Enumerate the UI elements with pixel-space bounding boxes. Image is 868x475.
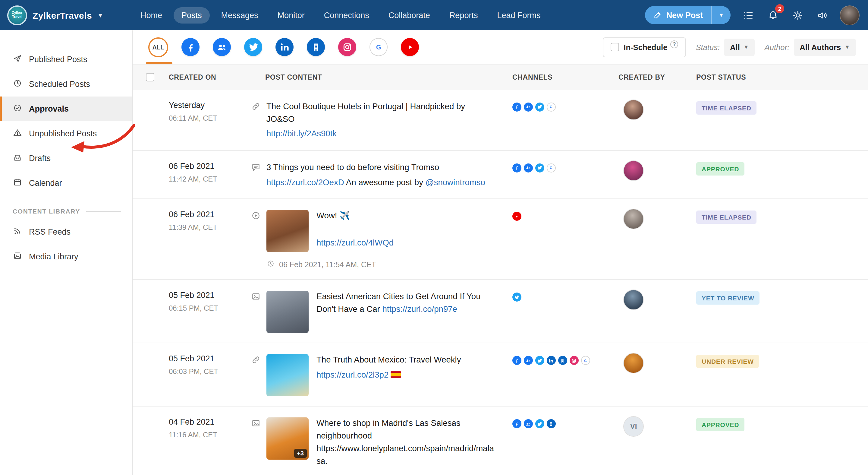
author-avatar: VI [623,416,644,437]
table-row[interactable]: 04 Feb 202111:16 AM, CET+3Where to shop … [133,407,868,475]
user-avatar[interactable] [840,5,860,25]
send-icon [13,54,22,65]
scheduled-time: 06 Feb 2021, 11:54 AM, CET [279,261,376,269]
post-link[interactable]: https://zurl.co/4lWQd [316,238,394,247]
top-navigation-bar: Zylker Travel ZylkerTravels ▼ HomePostsM… [0,0,868,30]
sidebar: Published PostsScheduled PostsApprovalsU… [0,30,133,475]
post-title: Wow! ✈️ [316,210,494,222]
nav-item-lead-forms[interactable]: Lead Forms [489,7,548,23]
post-content-cell: Easiest American Cities to Get Around If… [251,280,510,343]
status-badge: APPROVED [696,162,744,176]
row-checkbox-spacer [133,199,160,210]
settings-button[interactable] [790,8,805,22]
sidebar-item-published-posts[interactable]: Published Posts [0,47,132,72]
row-checkbox-spacer [133,344,160,354]
post-date: 06 Feb 2021 [169,162,251,171]
linkedin-page-icon [547,419,556,428]
google-my-business-icon: G [547,102,556,112]
table-row[interactable]: 06 Feb 202111:42 AM, CET3 Things you nee… [133,151,868,199]
row-checkbox-spacer [133,280,160,291]
linkedin-icon[interactable] [276,38,293,56]
created-on-cell: 06 Feb 202111:39 AM, CET [160,199,251,242]
post-time: 11:39 AM, CET [169,224,251,232]
nav-item-home[interactable]: Home [133,7,170,23]
table-row[interactable]: Yesterday06:11 AM, CETThe Cool Boutique … [133,90,868,151]
nav-item-posts[interactable]: Posts [174,7,210,23]
status-cell: UNDER REVIEW [694,344,868,368]
in-schedule-filter[interactable]: In-Schedule ? [602,37,686,57]
facebook-group-icon [524,356,533,365]
new-post-label: New Post [666,10,703,20]
status-cell: APPROVED [694,407,868,432]
post-link[interactable]: https://zurl.co/2OexD [267,178,344,187]
nav-item-monitor[interactable]: Monitor [270,7,313,23]
select-all-checkbox[interactable] [146,73,154,82]
twitter-icon [535,356,544,365]
facebook-group-icon[interactable] [213,38,231,56]
mention-link[interactable]: @snowintromso [426,178,485,187]
header-created-by: CREATED BY [618,73,694,81]
youtube-icon[interactable] [401,38,419,56]
nav-item-collaborate[interactable]: Collaborate [381,7,438,23]
post-link[interactable]: https://zurl.co/2l3p2 [316,370,389,379]
logo-text-line2: Travel [12,15,23,19]
topnav-actions: New Post ▼ 2 [645,5,860,25]
instagram-icon[interactable] [338,38,356,56]
row-checkbox-spacer [133,407,160,418]
nav-item-messages[interactable]: Messages [213,7,266,23]
author-filter-label: Author: [765,42,789,52]
notification-count-badge: 2 [775,4,784,13]
facebook-icon[interactable] [181,38,199,56]
new-post-button[interactable]: New Post [645,6,712,24]
sidebar-item-approvals[interactable]: Approvals [0,96,132,121]
header-channels: CHANNELS [510,73,618,81]
comment-icon [251,162,261,173]
status-cell: TIME ELAPSED [694,199,868,224]
table-row[interactable]: 05 Feb 202106:15 PM, CETEasiest American… [133,280,868,344]
channels-cell [510,419,600,428]
clock-icon [267,260,275,270]
sidebar-item-calendar[interactable]: Calendar [0,171,132,196]
table-row[interactable]: 06 Feb 202111:39 AM, CETWow! ✈️https://z… [133,199,868,280]
post-title: The Cool Boutique Hotels in Portugal | H… [267,101,494,126]
sidebar-item-rss-feeds[interactable]: RSS Feeds [0,219,132,244]
table-row[interactable]: 05 Feb 202106:03 PM, CETThe Truth About … [133,344,868,407]
app-window: Zylker Travel ZylkerTravels ▼ HomePostsM… [0,0,868,475]
google-my-business-icon[interactable]: G [370,38,388,56]
sidebar-item-scheduled-posts[interactable]: Scheduled Posts [0,72,132,96]
post-time: 11:42 AM, CET [169,175,251,183]
approve-icon [13,103,22,115]
sidebar-item-drafts[interactable]: Drafts [0,146,132,171]
new-post-dropdown-button[interactable]: ▼ [711,6,731,24]
post-link[interactable]: http://bit.ly/2As90tk [267,129,337,139]
header-post-content: POST CONTENT [251,73,510,81]
linkedin-page-icon[interactable] [307,38,325,56]
sidebar-item-media-library[interactable]: Media Library [0,244,132,269]
chevron-down-icon: ▼ [97,12,103,19]
announcements-button[interactable] [815,8,830,22]
status-filter-dropdown[interactable]: Status: All▼ [695,38,755,56]
media-icon [13,251,22,262]
brand-account-switcher[interactable]: Zylker Travel ZylkerTravels ▼ [7,5,125,25]
sidebar-item-unpublished-posts[interactable]: Unpublished Posts [0,121,132,146]
menu-list-button[interactable] [741,8,755,22]
list-icon [742,9,754,21]
author-avatar [623,160,644,181]
nav-item-connections[interactable]: Connections [316,7,377,23]
row-checkbox-spacer [133,90,160,101]
nav-item-reports[interactable]: Reports [441,7,486,23]
svg-text:G: G [584,359,587,362]
author-avatar [623,209,644,230]
twitter-icon[interactable] [244,38,262,56]
in-schedule-checkbox[interactable] [610,43,619,51]
status-cell: APPROVED [694,151,868,176]
channel-filter-chips: ALL G [148,37,419,57]
notifications-button[interactable]: 2 [766,8,780,22]
filter-all-channels[interactable]: ALL [148,37,168,57]
svg-text:G: G [550,166,553,170]
primary-nav: HomePostsMessagesMonitorConnectionsColla… [133,7,549,23]
author-filter-dropdown[interactable]: Author: All Authors▼ [765,38,856,56]
drafts-icon [13,153,22,164]
post-link[interactable]: https://zurl.co/pn97e [382,305,457,314]
post-date: 04 Feb 2021 [169,418,251,427]
